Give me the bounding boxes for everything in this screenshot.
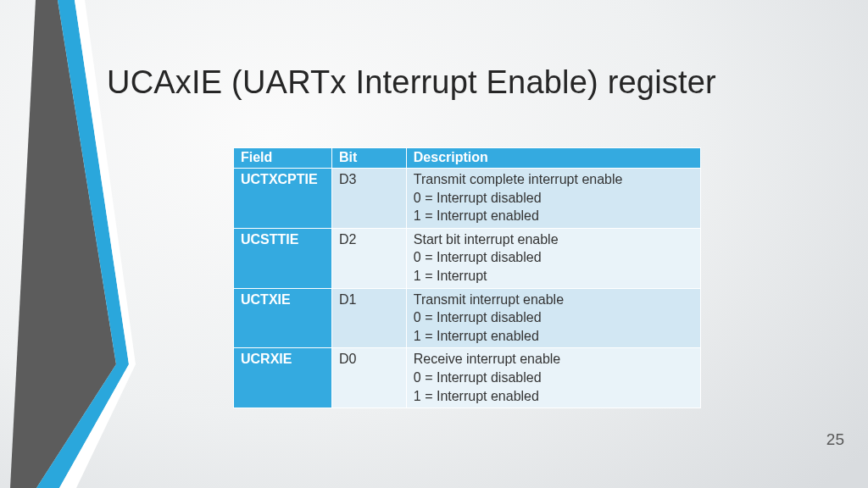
cell-desc: Transmit interrupt enable 0 = Interrupt … [406, 288, 700, 348]
col-header-bit: Bit [331, 148, 406, 169]
col-header-field: Field [234, 148, 332, 169]
cell-bit: D3 [331, 169, 406, 229]
cell-desc: Receive interrupt enable 0 = Interrupt d… [406, 348, 700, 408]
page-number: 25 [826, 430, 844, 449]
table-row: UCSTTIE D2 Start bit interrupt enable 0 … [234, 228, 701, 288]
cell-field: UCTXCPTIE [234, 169, 332, 229]
table-row: UCTXCPTIE D3 Transmit complete interrupt… [234, 169, 701, 229]
slide-title: UCAxIE (UARTx Interrupt Enable) register [107, 64, 716, 101]
register-table: Field Bit Description UCTXCPTIE D3 Trans… [233, 147, 701, 408]
cell-bit: D0 [331, 348, 406, 408]
cell-desc: Start bit interrupt enable 0 = Interrupt… [406, 228, 700, 288]
col-header-desc: Description [406, 148, 700, 169]
cell-bit: D1 [331, 288, 406, 348]
cell-desc: Transmit complete interrupt enable 0 = I… [406, 169, 700, 229]
table-row: UCRXIE D0 Receive interrupt enable 0 = I… [234, 348, 701, 408]
table-header-row: Field Bit Description [234, 148, 701, 169]
svg-marker-0 [10, 0, 116, 488]
cell-field: UCTXIE [234, 288, 332, 348]
cell-field: UCSTTIE [234, 228, 332, 288]
cell-field: UCRXIE [234, 348, 332, 408]
table-row: UCTXIE D1 Transmit interrupt enable 0 = … [234, 288, 701, 348]
cell-bit: D2 [331, 228, 406, 288]
